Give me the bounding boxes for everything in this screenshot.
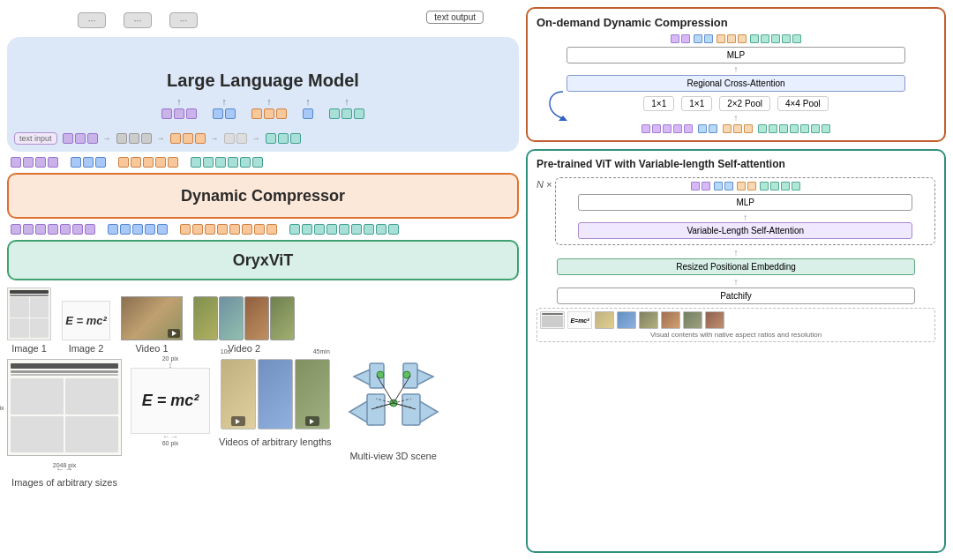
section-label-3d: Multi-view 3D scene	[349, 451, 436, 461]
vit-title: Pre-trained ViT with Variable-length Sel…	[537, 158, 935, 170]
vc-mountain	[617, 311, 636, 329]
media-label-image2: Image 2	[69, 343, 104, 354]
large-math-formula: E = mc²	[142, 392, 199, 410]
media-item-image2: E = mc² Image 2	[62, 301, 110, 354]
large-math-wrapper: E = mc² 20 pix 60 pix ↕ ←→	[131, 368, 210, 434]
large-video-wrapper: 10s 45min	[221, 359, 330, 429]
oryxvit-title: OryxViT	[233, 251, 294, 270]
token-ellipsis-2: ···	[124, 12, 152, 28]
inter-tokens-2	[7, 222, 519, 236]
vc-extra1	[683, 311, 702, 329]
token-teal-3	[354, 108, 364, 119]
top-tokens-area: ··· ··· ··· text output	[7, 7, 519, 34]
vit-mlp-box: MLP	[578, 194, 912, 211]
llm-input-row: text input → → →	[14, 132, 512, 145]
bottom-item-3d: Multi-view 3D scene	[341, 359, 446, 461]
llm-box: Large Language Model ↑ ↑	[7, 37, 519, 152]
compressor-title: Dynamic Compressor	[181, 187, 345, 205]
media-item-image1: Image 1	[7, 287, 51, 354]
odc-rca-row: Regional Cross-Attention	[537, 75, 935, 92]
vit-vlsa-row: Variable-Length Self-Attention	[559, 222, 931, 239]
text-input-label: text input	[14, 132, 57, 145]
token-blue-b1	[303, 108, 313, 119]
inter-tokens-1	[7, 155, 519, 169]
odc-pool-row: 1×1 1×1 2×2 Pool 4×4 Pool	[537, 96, 935, 111]
text-output-label: text output	[426, 11, 484, 24]
thumb-video1-small	[121, 296, 183, 340]
odc-rca-box: Regional Cross-Attention	[567, 75, 905, 92]
vc-deer	[661, 311, 680, 329]
llm-arrow-rows: ↑ ↑ ↑	[161, 96, 364, 119]
left-panel: ··· ··· ··· text output Large Language M…	[7, 7, 519, 553]
token-purple-1	[161, 108, 172, 119]
section-label-videos: Videos of arbitrary lengths	[219, 437, 332, 447]
token-orange-1	[251, 108, 262, 119]
oryxvit-box: OryxViT	[7, 240, 519, 280]
token-blue-2	[225, 108, 236, 119]
odc-top-tokens	[537, 34, 935, 43]
top-token-groups: ··· ··· ···	[78, 12, 198, 28]
media-label-video2: Video 2	[228, 343, 260, 354]
odc-mlp-box: MLP	[567, 47, 905, 63]
visual-caption: Visual contents with native aspect ratio…	[540, 331, 932, 339]
bottom-visuals-section: ↕ 1536 pix	[7, 359, 519, 488]
vit-mlp-row: MLP	[559, 194, 931, 211]
vc-math: E=mc²	[567, 311, 592, 329]
vit-patchify-box: Patchify	[557, 287, 916, 304]
large-video-strips	[221, 359, 330, 429]
pool-box-1x1-a: 1×1	[643, 96, 674, 111]
thumb-newspaper-small	[7, 287, 51, 340]
large-newspaper	[7, 359, 122, 456]
bottom-item-video: 10s 45min	[219, 359, 332, 447]
odc-box: On-demand Dynamic Compression	[526, 7, 946, 142]
main-container: ··· ··· ··· text output Large Language M…	[0, 0, 953, 560]
vit-patchify-row: Patchify	[537, 287, 935, 304]
thumb-math-small: E = mc²	[62, 301, 110, 340]
token-blue-1	[213, 108, 223, 119]
vit-rpe-box: Resized Positional Embedding	[557, 258, 916, 275]
compressor-box: Dynamic Compressor	[7, 173, 519, 219]
thumb-video2-small	[193, 296, 295, 340]
pool-box-1x1-b: 1×1	[681, 96, 712, 111]
vit-nx-section: N ×	[537, 175, 935, 247]
nx-label: N ×	[537, 179, 552, 190]
video-time-start: 10s	[221, 348, 230, 355]
vc-newspaper	[540, 311, 565, 329]
pool-box-4x4: 4×4 Pool	[777, 96, 829, 111]
vit-visual-thumbs: E=mc²	[540, 311, 932, 329]
token-teal-2	[341, 108, 352, 119]
vit-dashed-block: MLP ↑ Variable-Length Self-Attention	[555, 177, 935, 245]
vit-rpe-row: Resized Positional Embedding	[537, 258, 935, 275]
token-purple-3	[186, 108, 197, 119]
token-ellipsis-3: ···	[169, 12, 198, 28]
3d-scene-svg	[341, 359, 446, 447]
bottom-item-newspaper: ↕ 1536 pix	[7, 359, 122, 488]
vc-animal2	[639, 311, 658, 329]
bottom-item-math: E = mc² 20 pix 60 pix ↕ ←→	[131, 368, 210, 434]
vc-animal1	[595, 311, 614, 329]
video-time-end: 45min	[313, 348, 330, 355]
vit-top-tokens	[559, 182, 931, 190]
token-ellipsis-1: ···	[78, 12, 106, 28]
token-teal-1	[329, 108, 340, 119]
section-label-images: Images of arbitrary sizes	[11, 477, 117, 488]
media-label-image1: Image 1	[11, 343, 47, 354]
large-math: E = mc²	[131, 368, 210, 434]
right-panel: On-demand Dynamic Compression	[526, 7, 946, 553]
pool-box-2x2: 2×2 Pool	[719, 96, 770, 111]
media-item-video1: Video 1	[121, 296, 183, 354]
vit-vlsa-box: Variable-Length Self-Attention	[578, 222, 912, 239]
media-label-video1: Video 1	[135, 343, 168, 354]
odc-mlp-row: MLP	[537, 47, 935, 63]
odc-bottom-tokens	[537, 124, 935, 133]
token-orange-3	[276, 108, 287, 119]
vc-extra2	[705, 311, 724, 329]
odc-title: On-demand Dynamic Compression	[537, 16, 935, 29]
math-size-w: 60 pix	[162, 440, 179, 446]
media-thumbnails-row: Image 1 E = mc² Image 2 Video 1	[7, 284, 519, 354]
curved-arrow-svg	[541, 87, 567, 123]
token-orange-2	[264, 108, 274, 119]
math-formula-small: E = mc²	[65, 314, 107, 327]
llm-title: Large Language Model	[167, 71, 359, 91]
vit-visual-contents: E=mc² Visual contents with native aspect…	[537, 308, 935, 342]
